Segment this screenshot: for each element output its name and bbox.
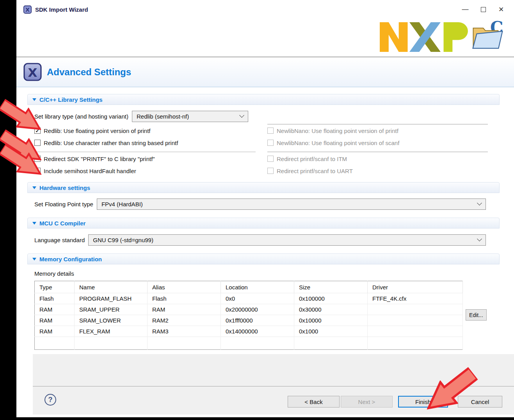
cell-size: 0x10000: [294, 315, 368, 326]
nxp-logo-letters: [380, 19, 470, 55]
checkbox-label: Redirect printf/scanf to UART: [277, 168, 353, 174]
close-icon: ✕: [498, 5, 504, 14]
cell-type: RAM: [35, 304, 75, 315]
section-library-settings[interactable]: C/C++ Library Settings: [27, 94, 500, 105]
checkbox-box[interactable]: [267, 168, 274, 174]
cell-location: 0x14000000: [221, 326, 294, 337]
title-area: X SDK Import Wizard — ✕ C: [16, 0, 514, 57]
chevron-down-icon: [477, 200, 482, 206]
minimize-button[interactable]: —: [456, 2, 474, 16]
close-button[interactable]: ✕: [492, 2, 510, 16]
help-icon: ?: [48, 396, 53, 404]
section-title: Hardware settings: [39, 184, 90, 191]
cell-type: RAM: [35, 315, 75, 326]
advanced-settings-header: X Advanced Settings: [16, 57, 514, 87]
chevron-down-icon: [477, 236, 482, 241]
col-location: Location: [221, 281, 294, 293]
edit-button[interactable]: Edit...: [466, 309, 487, 321]
mcuxpresso-x-icon: X: [23, 63, 42, 81]
checkbox-box[interactable]: [267, 140, 274, 146]
chevron-down-icon: [239, 113, 244, 118]
back-button[interactable]: < Back: [288, 396, 340, 408]
c-folder-icon: C: [471, 19, 504, 53]
cell-alias: RAM3: [148, 326, 221, 337]
cell-driver: [368, 326, 463, 337]
cell-name: FLEX_RAM: [75, 326, 148, 337]
section-title: C/C++ Library Settings: [39, 96, 103, 103]
maximize-icon: [481, 7, 486, 12]
table-row[interactable]: RAM SRAM_LOWER RAM2 0x1fff0000 0x10000: [35, 315, 463, 326]
library-type-dropdown[interactable]: Redlib (semihost-nf): [132, 111, 248, 122]
library-type-label: Set library type (and hosting variant): [34, 113, 128, 120]
language-standard-dropdown[interactable]: GNU C99 (-std=gnu99): [88, 234, 486, 246]
cell-type: Flash: [35, 293, 75, 304]
checkbox-label: Redirect printf/scanf to ITM: [277, 156, 347, 162]
memory-table-area: Type Name Alias Location Size Driver Fla…: [27, 281, 500, 350]
cell-location: 0x20000000: [221, 304, 294, 315]
checkbox-label: Redlib: Use character rather than string…: [44, 140, 178, 146]
checkbox-box[interactable]: [267, 128, 274, 134]
col-name: Name: [75, 281, 148, 293]
checkbox-redlib-float-printf[interactable]: ✓ Redlib: Use floating point version of …: [34, 127, 150, 134]
window-controls: — ✕: [456, 0, 510, 19]
checkbox-newlibnano-float-printf[interactable]: NewlibNano: Use floating point version o…: [267, 127, 398, 134]
table-row-empty[interactable]: [35, 337, 463, 350]
section-title: MCU C Compiler: [39, 220, 85, 227]
checkbox-label: NewlibNano: Use floating point version o…: [277, 140, 399, 146]
next-button[interactable]: Next >: [341, 396, 393, 408]
table-row[interactable]: Flash PROGRAM_FLASH Flash 0x0 0x100000 F…: [35, 293, 463, 304]
cell-alias: RAM2: [148, 315, 221, 326]
language-standard-value: GNU C99 (-std=gnu99): [93, 237, 153, 243]
section-mcu-compiler[interactable]: MCU C Compiler: [27, 218, 500, 229]
maximize-button[interactable]: [474, 2, 492, 16]
library-options: ✓ Redlib: Use floating point version of …: [27, 124, 500, 175]
cell-driver: FTFE_4K.cfx: [368, 293, 463, 304]
checkbox-redirect-sdk-printf[interactable]: Redirect SDK "PRINTF" to C library "prin…: [34, 155, 155, 162]
floating-point-label: Set Floating Point type: [34, 201, 93, 207]
table-row[interactable]: RAM SRAM_UPPER RAM 0x20000000 0x30000: [35, 304, 463, 315]
checkbox-redirect-itm[interactable]: Redirect printf/scanf to ITM: [267, 155, 347, 162]
collapse-triangle-icon: [32, 258, 36, 261]
divider: [267, 124, 488, 124]
collapse-triangle-icon: [32, 222, 36, 225]
cell-alias: Flash: [148, 293, 221, 304]
help-button[interactable]: ?: [44, 394, 56, 406]
col-size: Size: [294, 281, 368, 293]
col-driver: Driver: [368, 281, 463, 293]
section-title: Memory Configuration: [39, 256, 102, 262]
checkbox-redlib-char-printf[interactable]: Redlib: Use character rather than string…: [34, 139, 178, 146]
checkbox-label: Include semihost HardFault handler: [44, 168, 136, 174]
memory-table[interactable]: Type Name Alias Location Size Driver Fla…: [34, 281, 463, 350]
collapse-triangle-icon: [32, 98, 36, 101]
floating-point-dropdown[interactable]: FPv4 (HardABI): [97, 198, 486, 210]
cell-type: RAM: [35, 326, 75, 337]
titlebar[interactable]: X SDK Import Wizard — ✕: [16, 0, 514, 19]
checkbox-newlibnano-float-scanf[interactable]: NewlibNano: Use floating point version o…: [267, 139, 399, 146]
cell-name: SRAM_LOWER: [75, 315, 148, 326]
sdk-import-wizard-dialog: X SDK Import Wizard — ✕ C: [16, 0, 514, 417]
checkbox-semihost-hardfault[interactable]: Include semihost HardFault handler: [34, 167, 136, 174]
minimize-icon: —: [462, 5, 469, 13]
checkbox-label: NewlibNano: Use floating point version o…: [277, 128, 398, 134]
window-title: SDK Import Wizard: [35, 6, 88, 13]
floating-point-value: FPv4 (HardABI): [101, 201, 143, 207]
checkbox-box[interactable]: [267, 156, 274, 162]
mcuxpresso-app-icon: X: [23, 5, 32, 14]
checkbox-label: Redlib: Use floating point version of pr…: [44, 128, 150, 134]
cell-location: 0x0: [221, 293, 294, 304]
table-row[interactable]: RAM FLEX_RAM RAM3 0x14000000 0x1000: [35, 326, 463, 337]
table-header-row: Type Name Alias Location Size Driver: [35, 281, 463, 293]
cell-size: 0x30000: [294, 304, 368, 315]
section-hardware-settings[interactable]: Hardware settings: [27, 182, 500, 193]
language-standard-row: Language standard GNU C99 (-std=gnu99): [34, 234, 486, 246]
svg-text:X: X: [25, 7, 30, 13]
memory-details-label: Memory details: [34, 270, 500, 277]
cell-name: SRAM_UPPER: [75, 304, 148, 315]
cell-size: 0x100000: [294, 293, 368, 304]
checkbox-redirect-uart[interactable]: Redirect printf/scanf to UART: [267, 167, 353, 174]
col-type: Type: [35, 281, 75, 293]
cell-alias: RAM: [148, 304, 221, 315]
section-memory-configuration[interactable]: Memory Configuration: [27, 253, 500, 264]
collapse-triangle-icon: [32, 186, 36, 189]
divider: [34, 152, 256, 152]
